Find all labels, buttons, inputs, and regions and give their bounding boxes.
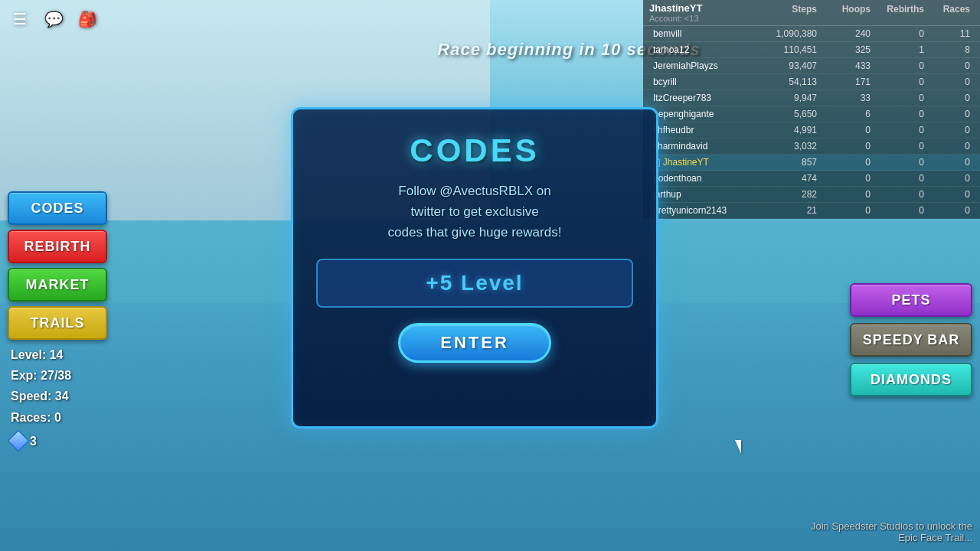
player-hoops: 240 <box>821 28 874 40</box>
player-hoops: 0 <box>821 204 874 217</box>
exp-stat: Exp: 27/38 <box>11 365 71 386</box>
promo-line1: Join Speedster Studios to unlock the <box>811 520 972 532</box>
backpack-icon[interactable]: 🎒 <box>75 7 100 31</box>
player-hoops: 325 <box>821 44 874 56</box>
market-button[interactable]: MARKET <box>8 268 107 302</box>
player-hoops: 0 <box>821 140 874 152</box>
player-rebirths: 0 <box>874 172 928 184</box>
right-sidebar: PETS SPEEDY BAR DIAMONDS <box>850 283 972 396</box>
player-steps: 3,032 <box>744 140 821 152</box>
table-row: bcyrill 54,113 171 0 0 <box>643 74 980 90</box>
player-races: 0 <box>928 140 974 152</box>
player-races: 0 <box>928 124 974 136</box>
player-hoops: 0 <box>821 156 874 168</box>
table-row: JeremiahPlayzs 93,407 433 0 0 <box>643 58 980 74</box>
top-icons: ☰ 💬 🎒 <box>8 7 100 31</box>
player-name: JeremiahPlayzs <box>649 60 744 72</box>
player-races: 0 <box>928 108 974 120</box>
player-rebirths: 0 <box>874 76 928 88</box>
trails-button[interactable]: TRAILS <box>8 306 107 340</box>
player-name: jarthup <box>649 188 744 201</box>
player-name: ItzCreeper783 <box>649 92 744 104</box>
player-name: bemvill <box>649 28 744 40</box>
chat-icon[interactable]: 💬 <box>41 7 66 31</box>
player-rebirths: 0 <box>874 92 928 104</box>
player-steps: 4,991 <box>744 124 821 136</box>
player-races: 0 <box>928 188 974 201</box>
diamonds-value: 3 <box>30 431 37 452</box>
col-rebirths: Rebirths <box>874 2 928 23</box>
player-races: 0 <box>928 204 974 217</box>
table-row: charmindavid 3,032 0 0 0 <box>643 139 980 155</box>
menu-icon[interactable]: ☰ <box>8 7 32 31</box>
table-row: tarhoa12 110,451 325 1 8 <box>643 42 980 58</box>
player-hoops: 0 <box>821 188 874 201</box>
player-races: 0 <box>928 76 974 88</box>
player-rebirths: 0 <box>874 124 928 136</box>
current-account: Account: <13 <box>649 14 744 23</box>
col-hoops: Hoops <box>821 2 874 23</box>
code-input-text: +5 Level <box>426 271 523 295</box>
player-rebirths: 1 <box>874 44 928 56</box>
player-steps: 474 <box>744 172 821 184</box>
table-row: prettyunicorn2143 21 0 0 0 <box>643 203 980 219</box>
player-races: 8 <box>928 44 974 56</box>
leaderboard: JhastineYT Account: <13 Steps Hoops Rebi… <box>643 0 980 219</box>
player-rebirths: 0 <box>874 188 928 201</box>
enter-button[interactable]: ENTER <box>398 323 551 363</box>
races-stat: Races: 0 <box>11 407 71 428</box>
diamonds-stat: 3 <box>11 431 71 452</box>
player-hoops: 6 <box>821 108 874 120</box>
player-name: fjhfheudbr <box>649 124 744 136</box>
stats-panel: Level: 14 Exp: 27/38 Speed: 34 Races: 0 … <box>11 344 71 452</box>
col-races: Races <box>928 2 974 23</box>
diamonds-button[interactable]: DIAMONDS <box>850 363 972 396</box>
player-steps: 1,090,380 <box>744 28 821 40</box>
player-steps: 21 <box>744 204 821 217</box>
pets-button[interactable]: PETS <box>850 283 972 317</box>
rebirth-button[interactable]: REBIRTH <box>8 230 107 263</box>
table-row: fjhfheudbr 4,991 0 0 0 <box>643 122 980 139</box>
player-rebirths: 0 <box>874 140 928 152</box>
codes-modal: CODES Follow @AvectusRBLX ontwitter to g… <box>291 107 658 429</box>
player-races: 11 <box>928 28 974 40</box>
player-races: 0 <box>928 92 974 104</box>
promo-line2: Epic Face Trail... <box>811 532 972 543</box>
codes-button[interactable]: CODES <box>8 191 107 225</box>
player-steps: 110,451 <box>744 44 821 56</box>
player-name: tarhoa12 <box>649 44 744 56</box>
table-row: pepenghigante 5,650 6 0 0 <box>643 106 980 122</box>
player-steps: 54,113 <box>744 76 821 88</box>
player-hoops: 433 <box>821 60 874 72</box>
bottom-right-promo: Join Speedster Studios to unlock the Epi… <box>811 520 972 543</box>
player-steps: 9,947 <box>744 92 821 104</box>
speed-stat: Speed: 34 <box>11 386 71 406</box>
player-rebirths: 0 <box>874 108 928 120</box>
player-name: [-]JhastineYT <box>649 156 744 168</box>
current-username: JhastineYT <box>649 2 744 14</box>
speedy-bar-button[interactable]: SPEEDY BAR <box>850 323 972 357</box>
code-input-area[interactable]: +5 Level <box>316 259 633 308</box>
player-rebirths: 0 <box>874 156 928 168</box>
left-sidebar: CODES REBIRTH MARKET TRAILS <box>8 191 107 340</box>
player-name: pepenghigante <box>649 108 744 120</box>
player-steps: 282 <box>744 188 821 201</box>
table-row: jarthup 282 0 0 0 <box>643 187 980 203</box>
current-user-info: JhastineYT Account: <13 <box>649 2 744 23</box>
player-races: 0 <box>928 156 974 168</box>
modal-description: Follow @AvectusRBLX ontwitter to get exc… <box>388 181 562 243</box>
table-row: godenthoan 474 0 0 0 <box>643 171 980 187</box>
table-row: [-]JhastineYT 857 0 0 0 <box>643 155 980 171</box>
leaderboard-header: JhastineYT Account: <13 Steps Hoops Rebi… <box>643 0 980 26</box>
col-steps: Steps <box>744 2 821 23</box>
player-steps: 93,407 <box>744 60 821 72</box>
table-row: bemvill 1,090,380 240 0 11 <box>643 26 980 42</box>
player-steps: 5,650 <box>744 108 821 120</box>
level-stat: Level: 14 <box>11 344 71 365</box>
player-name: prettyunicorn2143 <box>649 204 744 217</box>
player-hoops: 0 <box>821 172 874 184</box>
modal-title: CODES <box>410 132 539 169</box>
player-name: charmindavid <box>649 140 744 152</box>
player-hoops: 0 <box>821 124 874 136</box>
player-hoops: 171 <box>821 76 874 88</box>
